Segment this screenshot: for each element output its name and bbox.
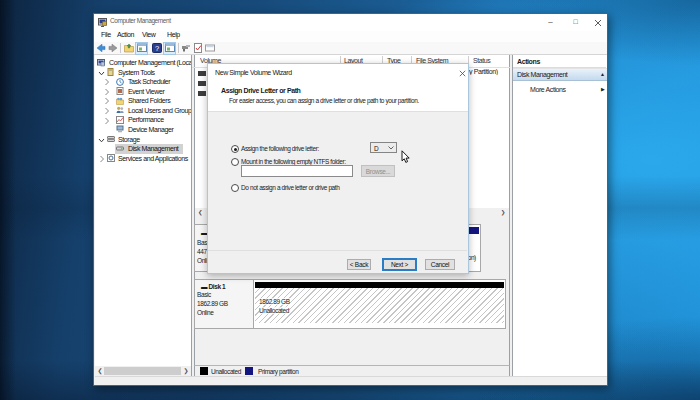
svg-text:?: ?	[155, 44, 159, 53]
